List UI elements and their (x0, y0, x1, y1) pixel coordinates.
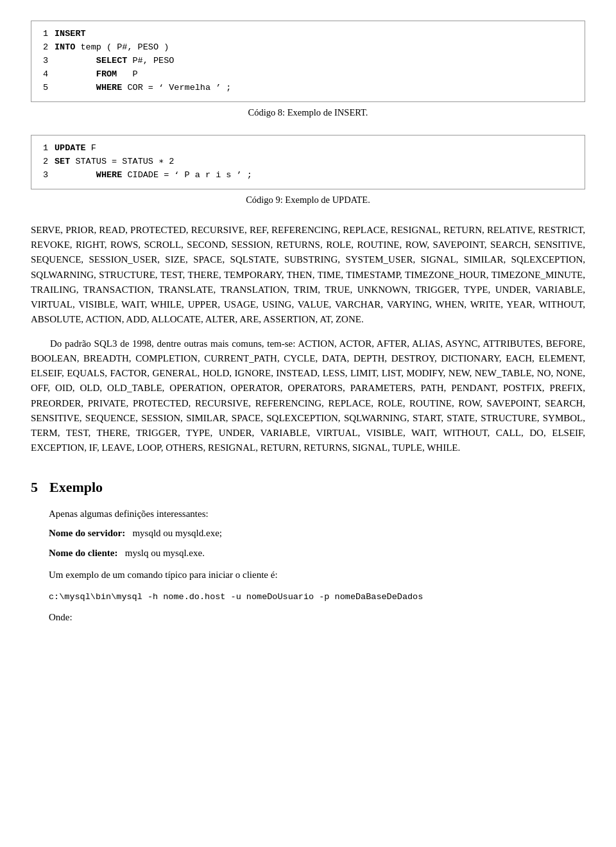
sql3-paragraph: Do padrão SQL3 de 1998, dentre outras ma… (31, 336, 585, 456)
def-label-client: Nome do cliente: (49, 548, 125, 558)
caption-insert: Código 8: Exemplo de INSERT. (31, 106, 585, 120)
onde-label: Onde: (49, 610, 585, 625)
code-line: 3 SELECT P#, PESO (37, 55, 574, 68)
example-command: c:\mysql\bin\mysql -h nome.do.host -u no… (49, 592, 423, 602)
definition-client: Nome do cliente: myslq ou mysql.exe. (49, 546, 585, 561)
code-block-insert: 1 INSERT 2 INTO temp ( P#, PESO ) 3 SELE… (31, 21, 585, 102)
section-title-text: Exemplo (49, 479, 103, 495)
example-text: Um exemplo de um comando típico para ini… (49, 568, 585, 582)
def-value-client: myslq ou mysql.exe. (125, 548, 205, 558)
code-line: 3 WHERE CIDADE = ‘ P a r i s ’ ; (37, 169, 574, 182)
example-intro: Apenas algumas definições interessantes: (49, 507, 585, 521)
code-block-update: 1 UPDATE F 2 SET STATUS = STATUS ∗ 2 3 W… (31, 135, 585, 189)
code-line: 2 SET STATUS = STATUS ∗ 2 (37, 155, 574, 169)
code-line: 4 FROM P (37, 68, 574, 82)
keywords-paragraph: SERVE, PRIOR, READ, PROTECTED, RECURSIVE… (31, 223, 585, 327)
code-line: 1 INSERT (37, 28, 574, 41)
example-command-block: c:\mysql\bin\mysql -h nome.do.host -u no… (49, 589, 585, 604)
code-line: 1 UPDATE F (37, 142, 574, 155)
section-number: 5 (31, 479, 38, 495)
code-line: 5 WHERE COR = ‘ Vermelha ’ ; (37, 82, 574, 95)
def-label-server: Nome do servidor: (49, 528, 132, 538)
caption-update: Código 9: Exemplo de UPDATE. (31, 193, 585, 207)
def-value-server: mysqld ou mysqld.exe; (132, 528, 222, 538)
definition-server: Nome do servidor: mysqld ou mysqld.exe; (49, 526, 585, 541)
section-title: 5Exemplo (31, 476, 585, 498)
code-line: 2 INTO temp ( P#, PESO ) (37, 41, 574, 55)
